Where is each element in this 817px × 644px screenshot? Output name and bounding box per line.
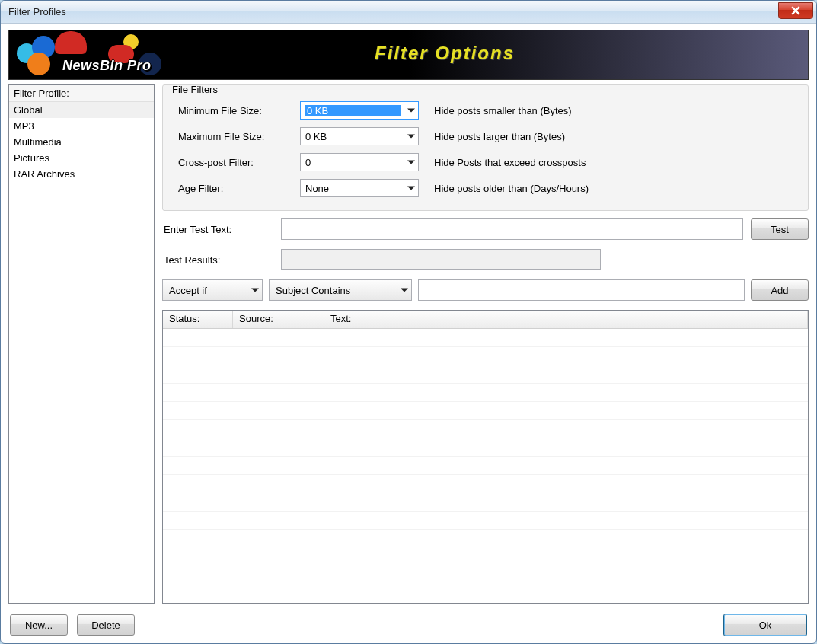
profile-item-multimedia[interactable]: Multimedia xyxy=(9,134,154,150)
chevron-down-icon xyxy=(407,135,415,139)
table-row[interactable] xyxy=(163,420,808,438)
age-hint: Hide posts older than (Days/Hours) xyxy=(419,183,589,194)
close-icon xyxy=(791,6,800,15)
table-header: Status: Source: Text: xyxy=(163,311,808,329)
rule-action-value: Accept if xyxy=(169,285,207,296)
logo-text: NewsBin Pro xyxy=(62,58,152,74)
profile-list[interactable]: Filter Profile: Global MP3 Multimedia Pi… xyxy=(8,84,155,604)
crosspost-hint: Hide Posts that exceed crossposts xyxy=(419,157,586,168)
row-rule-builder: Accept if Subject Contains Add xyxy=(162,279,809,301)
age-combo[interactable]: None xyxy=(300,179,419,197)
file-filters-group: File Filters Minimum File Size: 0 KB Hid… xyxy=(162,84,809,211)
rule-field-value: Subject Contains xyxy=(276,285,350,296)
row-age: Age Filter: None Hide posts older than (… xyxy=(172,175,799,201)
delete-button[interactable]: Delete xyxy=(77,614,135,636)
test-results-label: Test Results: xyxy=(162,254,273,266)
table-row[interactable] xyxy=(163,384,808,402)
window-title: Filter Profiles xyxy=(8,6,66,18)
row-max-size: Maximum File Size: 0 KB Hide posts large… xyxy=(172,123,799,149)
max-size-label: Maximum File Size: xyxy=(172,131,300,142)
table-row[interactable] xyxy=(163,512,808,530)
chevron-down-icon xyxy=(251,289,259,292)
new-button[interactable]: New... xyxy=(10,614,68,636)
add-button[interactable]: Add xyxy=(751,279,809,301)
table-row[interactable] xyxy=(163,329,808,347)
table-row[interactable] xyxy=(163,438,808,457)
sidebar: Filter Profile: Global MP3 Multimedia Pi… xyxy=(8,84,155,604)
main-panel: File Filters Minimum File Size: 0 KB Hid… xyxy=(162,84,809,604)
profile-item-mp3[interactable]: MP3 xyxy=(9,118,154,134)
row-min-size: Minimum File Size: 0 KB Hide posts small… xyxy=(172,97,799,123)
age-label: Age Filter: xyxy=(172,183,300,194)
table-row[interactable] xyxy=(163,493,808,512)
min-size-hint: Hide posts smaller than (Bytes) xyxy=(419,105,572,116)
filter-profiles-window: Filter Profiles NewsBin Pro Filter Optio… xyxy=(0,0,817,644)
ok-button[interactable]: Ok xyxy=(723,614,807,636)
max-size-hint: Hide posts larger than (Bytes) xyxy=(419,131,565,142)
banner: NewsBin Pro Filter Options xyxy=(8,30,809,80)
test-input[interactable] xyxy=(281,218,743,240)
rule-field-select[interactable]: Subject Contains xyxy=(269,279,412,301)
min-size-value: 0 KB xyxy=(305,105,401,116)
chevron-down-icon xyxy=(401,289,408,292)
col-status[interactable]: Status: xyxy=(163,311,233,328)
footer: New... Delete Ok xyxy=(1,607,816,643)
chevron-down-icon xyxy=(407,187,415,190)
rule-action-select[interactable]: Accept if xyxy=(162,279,263,301)
table-body xyxy=(163,329,808,603)
crosspost-combo[interactable]: 0 xyxy=(300,153,419,171)
profile-list-header: Filter Profile: xyxy=(9,85,154,102)
file-filters-legend: File Filters xyxy=(169,84,221,95)
profile-item-pictures[interactable]: Pictures xyxy=(9,150,154,166)
row-test-results: Test Results: xyxy=(162,249,809,270)
col-text[interactable]: Text: xyxy=(324,311,627,328)
row-test-input: Enter Test Text: Test xyxy=(162,218,809,240)
crosspost-value: 0 xyxy=(305,157,401,168)
test-results-output xyxy=(281,249,601,270)
table-row[interactable] xyxy=(163,457,808,475)
profile-item-global[interactable]: Global xyxy=(9,102,154,118)
min-size-label: Minimum File Size: xyxy=(172,105,300,116)
max-size-value: 0 KB xyxy=(305,131,401,142)
chevron-down-icon xyxy=(407,161,415,164)
table-row[interactable] xyxy=(163,402,808,420)
col-blank[interactable] xyxy=(627,311,808,328)
profile-item-rar[interactable]: RAR Archives xyxy=(9,166,154,182)
crosspost-label: Cross-post Filter: xyxy=(172,157,300,168)
banner-title: Filter Options xyxy=(375,43,515,64)
rule-value-input[interactable] xyxy=(418,279,745,301)
age-value: None xyxy=(305,183,401,194)
col-source[interactable]: Source: xyxy=(233,311,324,328)
max-size-combo[interactable]: 0 KB xyxy=(300,127,419,145)
chevron-down-icon xyxy=(407,109,415,113)
close-button[interactable] xyxy=(778,2,813,19)
row-crosspost: Cross-post Filter: 0 Hide Posts that exc… xyxy=(172,149,799,175)
min-size-combo[interactable]: 0 KB xyxy=(300,101,419,120)
test-input-label: Enter Test Text: xyxy=(162,224,273,235)
test-button[interactable]: Test xyxy=(751,218,809,240)
rules-table[interactable]: Status: Source: Text: xyxy=(162,310,809,604)
table-row[interactable] xyxy=(163,365,808,384)
titlebar: Filter Profiles xyxy=(1,1,816,24)
table-row[interactable] xyxy=(163,347,808,365)
table-row[interactable] xyxy=(163,475,808,493)
content-area: Filter Profile: Global MP3 Multimedia Pi… xyxy=(1,84,816,607)
